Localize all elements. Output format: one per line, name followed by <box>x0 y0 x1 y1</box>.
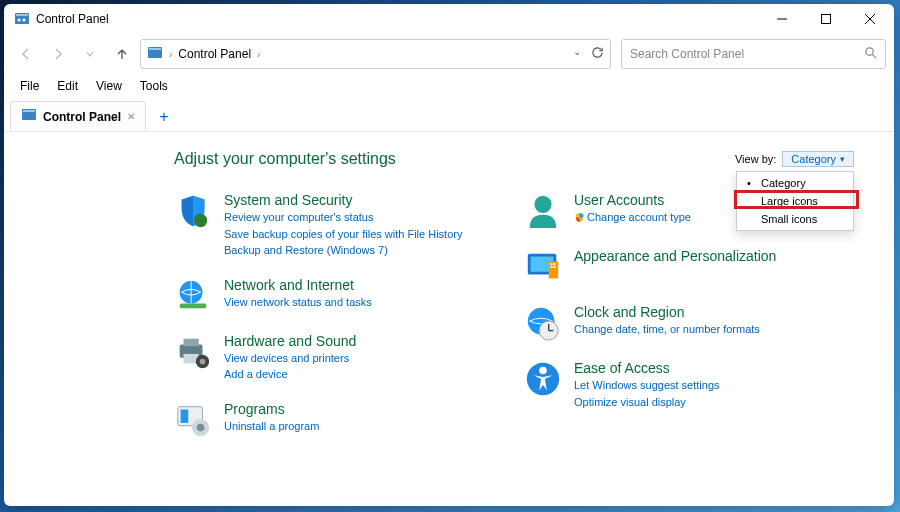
svg-rect-1 <box>16 14 28 16</box>
cat-link[interactable]: Review your computer's status <box>224 209 462 226</box>
svg-rect-23 <box>181 409 189 422</box>
back-button[interactable] <box>12 40 40 68</box>
cat-system-security: System and Security Review your computer… <box>174 192 504 259</box>
accessibility-icon <box>524 360 562 398</box>
svg-rect-16 <box>180 303 207 308</box>
svg-line-11 <box>872 54 876 58</box>
tab-control-panel[interactable]: Control Panel ✕ <box>10 101 146 131</box>
cat-title[interactable]: Hardware and Sound <box>224 333 356 349</box>
cat-link[interactable]: Add a device <box>224 366 356 383</box>
viewby-option-large-icons[interactable]: Large icons <box>737 192 853 210</box>
svg-rect-9 <box>149 48 161 50</box>
menu-edit[interactable]: Edit <box>49 77 86 95</box>
chevron-right-icon[interactable]: › <box>257 49 260 60</box>
svg-point-10 <box>866 48 873 55</box>
cat-link[interactable]: Change date, time, or number formats <box>574 321 760 338</box>
chevron-down-icon[interactable]: ⌄ <box>573 46 581 62</box>
minimize-button[interactable] <box>760 4 804 34</box>
content: Adjust your computer's settings View by:… <box>4 132 894 506</box>
chevron-right-icon: › <box>169 49 172 60</box>
svg-rect-31 <box>553 263 555 265</box>
cat-link[interactable]: Backup and Restore (Windows 7) <box>224 242 462 259</box>
uac-shield-icon <box>574 211 585 228</box>
cat-link[interactable]: Save backup copies of your files with Fi… <box>224 226 462 243</box>
navbar: › Control Panel › ⌄ Search Control Panel <box>4 34 894 74</box>
tab-label: Control Panel <box>43 110 121 124</box>
cat-hardware-sound: Hardware and Sound View devices and prin… <box>174 333 504 383</box>
cat-title[interactable]: Ease of Access <box>574 360 720 376</box>
breadcrumb[interactable]: Control Panel <box>178 47 251 61</box>
cat-link[interactable]: View network status and tasks <box>224 294 372 311</box>
address-bar[interactable]: › Control Panel › ⌄ <box>140 39 611 69</box>
clock-icon <box>524 304 562 342</box>
svg-point-26 <box>534 196 551 213</box>
shield-icon <box>174 192 212 230</box>
svg-rect-5 <box>822 15 831 24</box>
viewby-option-small-icons[interactable]: Small icons <box>737 210 853 228</box>
cat-link[interactable]: Change account type <box>574 209 691 228</box>
cat-programs: Programs Uninstall a program <box>174 401 504 439</box>
maximize-button[interactable] <box>804 4 848 34</box>
monitor-icon <box>524 248 562 286</box>
menu-tools[interactable]: Tools <box>132 77 176 95</box>
menu-file[interactable]: File <box>12 77 47 95</box>
titlebar: Control Panel <box>4 4 894 34</box>
viewby-label: View by: <box>735 153 776 165</box>
window: Control Panel › Control Panel › ⌄ Search… <box>4 4 894 506</box>
programs-icon <box>174 401 212 439</box>
menubar: File Edit View Tools <box>4 74 894 98</box>
close-button[interactable] <box>848 4 892 34</box>
user-icon <box>524 192 562 230</box>
cat-ease-of-access: Ease of Access Let Windows suggest setti… <box>524 360 854 410</box>
cat-link[interactable]: Let Windows suggest settings <box>574 377 720 394</box>
cat-network-internet: Network and Internet View network status… <box>174 277 504 315</box>
cat-title[interactable]: Appearance and Personalization <box>574 248 776 264</box>
viewby: View by: Category ▾ Category Large icons… <box>735 151 854 167</box>
category-column-left: System and Security Review your computer… <box>174 192 504 439</box>
add-tab-button[interactable]: + <box>150 103 178 131</box>
svg-point-25 <box>197 423 205 431</box>
svg-rect-30 <box>551 263 553 265</box>
control-panel-icon <box>21 107 37 126</box>
svg-point-14 <box>194 214 207 227</box>
svg-rect-13 <box>23 110 35 112</box>
menu-view[interactable]: View <box>88 77 130 95</box>
viewby-dropdown[interactable]: Category ▾ <box>782 151 854 167</box>
control-panel-icon <box>14 11 30 27</box>
forward-button[interactable] <box>44 40 72 68</box>
recent-button[interactable] <box>76 40 104 68</box>
svg-rect-33 <box>553 266 555 268</box>
svg-point-2 <box>18 19 21 22</box>
search-placeholder: Search Control Panel <box>630 47 864 61</box>
svg-point-21 <box>200 358 206 364</box>
close-tab-button[interactable]: ✕ <box>127 111 135 122</box>
globe-icon <box>174 277 212 315</box>
control-panel-icon <box>147 45 163 64</box>
cat-link[interactable]: Uninstall a program <box>224 418 319 435</box>
page-title: Adjust your computer's settings <box>174 150 396 168</box>
cat-title[interactable]: User Accounts <box>574 192 691 208</box>
viewby-option-category[interactable]: Category <box>737 174 853 192</box>
window-title: Control Panel <box>36 12 109 26</box>
tabstrip: Control Panel ✕ + <box>4 98 894 132</box>
cat-link[interactable]: Optimize visual display <box>574 394 720 411</box>
cat-title[interactable]: Programs <box>224 401 319 417</box>
search-icon <box>864 46 877 62</box>
printer-icon <box>174 333 212 371</box>
svg-point-39 <box>539 367 547 375</box>
cat-title[interactable]: Clock and Region <box>574 304 760 320</box>
search-input[interactable]: Search Control Panel <box>621 39 886 69</box>
up-button[interactable] <box>108 40 136 68</box>
cat-appearance: Appearance and Personalization <box>524 248 854 286</box>
refresh-button[interactable] <box>591 46 604 62</box>
svg-point-3 <box>23 19 26 22</box>
chevron-down-icon: ▾ <box>840 154 845 164</box>
viewby-menu: Category Large icons Small icons <box>736 171 854 231</box>
svg-rect-32 <box>551 266 553 268</box>
cat-link[interactable]: View devices and printers <box>224 350 356 367</box>
svg-rect-18 <box>184 338 199 346</box>
cat-title[interactable]: System and Security <box>224 192 462 208</box>
cat-clock-region: Clock and Region Change date, time, or n… <box>524 304 854 342</box>
cat-title[interactable]: Network and Internet <box>224 277 372 293</box>
